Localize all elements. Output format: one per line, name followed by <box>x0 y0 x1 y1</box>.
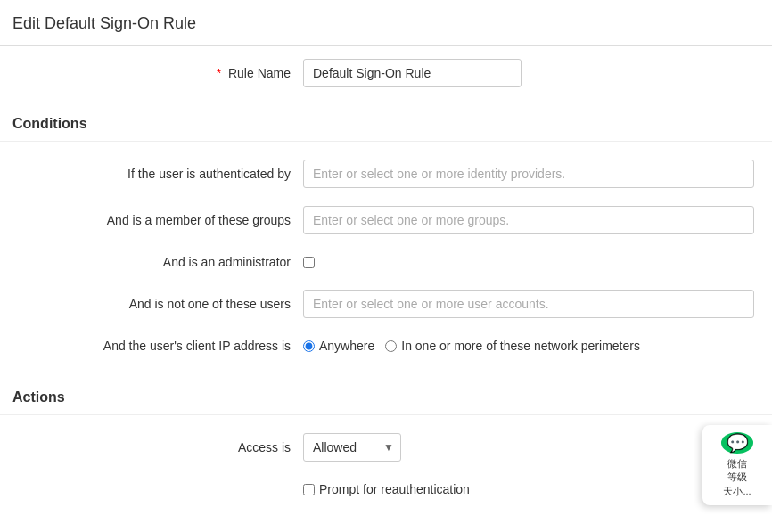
prompt-row: Prompt for reauthentication <box>18 471 754 508</box>
prompt-checkbox-wrapper: Prompt for reauthentication <box>303 482 754 496</box>
chat-widget[interactable]: 💬 微信 等级 天小... <box>702 425 772 505</box>
network-radio[interactable] <box>385 340 397 352</box>
groups-row: And is a member of these groups Enter or… <box>18 197 754 243</box>
administrator-checkbox-wrapper <box>303 257 754 268</box>
client-ip-row: And the user's client IP address is Anyw… <box>18 327 754 364</box>
administrator-label: And is an administrator <box>18 255 303 269</box>
conditions-form: If the user is authenticated by Enter or… <box>0 142 772 373</box>
identity-providers-input[interactable]: Enter or select one or more identity pro… <box>303 160 754 188</box>
client-ip-radio-group: Anywhere In one or more of these network… <box>303 339 754 353</box>
rule-name-label: * Rule Name <box>18 66 303 80</box>
groups-label: And is a member of these groups <box>18 213 303 227</box>
administrator-row: And is an administrator <box>18 243 754 281</box>
rule-name-input[interactable] <box>303 59 522 87</box>
actions-form: Access is Allowed Denied ▼ Prompt for re… <box>0 415 772 517</box>
administrator-checkbox[interactable] <box>303 257 315 268</box>
access-row: Access is Allowed Denied ▼ <box>18 424 754 471</box>
network-radio-option[interactable]: In one or more of these network perimete… <box>385 339 640 353</box>
actions-section-title: Actions <box>0 373 772 415</box>
prompt-checkbox[interactable] <box>303 484 315 495</box>
conditions-section-title: Conditions <box>0 100 772 142</box>
chat-text: 微信 等级 天小... <box>723 457 751 498</box>
required-indicator: * <box>217 66 221 80</box>
prompt-label: Prompt for reauthentication <box>319 482 470 496</box>
users-label: And is not one of these users <box>18 297 303 311</box>
groups-input[interactable]: Enter or select one or more groups. <box>303 206 754 234</box>
anywhere-radio[interactable] <box>303 340 315 352</box>
identity-providers-row: If the user is authenticated by Enter or… <box>18 151 754 197</box>
users-row: And is not one of these users Enter or s… <box>18 281 754 327</box>
identity-providers-label: If the user is authenticated by <box>18 167 303 181</box>
access-label: Access is <box>18 440 303 454</box>
rule-name-row: * Rule Name <box>0 46 772 100</box>
client-ip-label: And the user's client IP address is <box>18 339 303 353</box>
anywhere-radio-option[interactable]: Anywhere <box>303 339 374 353</box>
access-select[interactable]: Allowed Denied <box>303 433 401 462</box>
access-select-wrapper: Allowed Denied ▼ <box>303 433 401 462</box>
chat-icon: 💬 <box>721 432 753 454</box>
users-input[interactable]: Enter or select one or more user account… <box>303 290 754 318</box>
page-title: Edit Default Sign-On Rule <box>0 0 772 46</box>
